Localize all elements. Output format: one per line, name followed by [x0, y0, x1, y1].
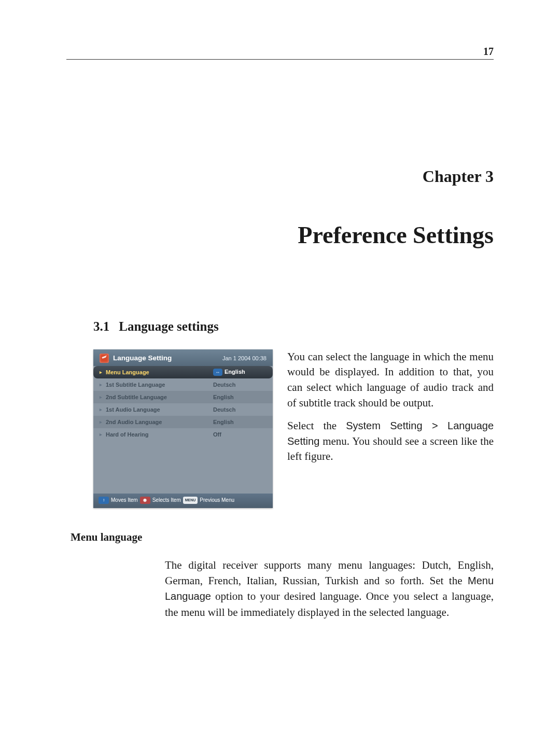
- setting-value-text: Off: [213, 431, 221, 438]
- page: 17 Chapter 3 Preference Settings 3.1Lang…: [0, 0, 560, 746]
- setting-label: 1st Subtitle Language: [106, 382, 197, 388]
- setting-value[interactable]: Deutsch: [200, 382, 268, 388]
- intro-text-column: You can select the language in which the…: [287, 349, 494, 508]
- setting-row[interactable]: ▸Hard of HearingOff: [93, 428, 273, 441]
- row-marker-icon: ▸: [99, 370, 103, 375]
- footer-menu-text: Previous Menu: [200, 497, 234, 503]
- footer-select-text: Selects Item: [152, 497, 181, 503]
- language-setting-dialog: Language Setting Jan 1 2004 00:38 ▸Menu …: [93, 349, 273, 508]
- setting-row[interactable]: ▸2nd Subtitle LanguageEnglish: [93, 391, 273, 403]
- key-menu-icon: MENU: [183, 497, 198, 504]
- setting-label: Menu Language: [106, 369, 197, 375]
- chapter-title: Preference Settings: [93, 222, 494, 249]
- section-title: Language settings: [119, 319, 218, 333]
- setting-label: Hard of Hearing: [106, 431, 197, 438]
- intro-paragraph-1: You can select the language in which the…: [287, 349, 494, 411]
- setting-row[interactable]: ▸2nd Audio LanguageEnglish: [93, 416, 273, 428]
- setting-value-text: English: [213, 419, 234, 425]
- row-marker-icon: ▸: [99, 382, 103, 387]
- setting-value[interactable]: Off: [200, 431, 268, 438]
- subheading-menu-language: Menu language: [71, 531, 494, 544]
- dialog-title: Language Setting: [113, 354, 172, 362]
- setting-value-text: English: [213, 394, 234, 400]
- setting-value[interactable]: English: [200, 419, 268, 425]
- dialog-header-left: Language Setting: [100, 354, 172, 363]
- body-prefix: The digital receiver supports many menu …: [165, 559, 494, 587]
- footer-nav-text: Moves Item: [111, 497, 138, 503]
- key-nav-icon: ↕: [99, 497, 109, 504]
- dialog-empty-space: [93, 441, 273, 490]
- intro-paragraph-2: Select the System Setting > Language Set…: [287, 418, 494, 465]
- dialog-timestamp: Jan 1 2004 00:38: [222, 355, 267, 361]
- brand-logo-icon: [100, 354, 109, 363]
- row-marker-icon: ▸: [99, 395, 103, 400]
- setting-value-text: Deutsch: [213, 406, 235, 413]
- dialog-body: ▸Menu Language↔English▸1st Subtitle Lang…: [93, 366, 273, 494]
- row-marker-icon: ▸: [99, 407, 103, 412]
- dialog-footer: ↕ Moves Item ◉ Selects Item MENU Previou…: [93, 494, 273, 508]
- body-suffix: option to your desired language. Once yo…: [165, 590, 494, 618]
- body-paragraph: The digital receiver supports many menu …: [165, 557, 494, 621]
- row-marker-icon: ▸: [99, 419, 103, 425]
- page-number: 17: [483, 46, 494, 58]
- setting-value[interactable]: ↔English: [200, 369, 268, 376]
- left-right-key-icon: ↔: [213, 369, 222, 376]
- setting-label: 1st Audio Language: [106, 406, 197, 413]
- setting-value-text: English: [225, 369, 245, 375]
- setting-row[interactable]: ▸1st Subtitle LanguageDeutsch: [93, 378, 273, 391]
- key-select-icon: ◉: [140, 497, 150, 504]
- two-column-area: Language Setting Jan 1 2004 00:38 ▸Menu …: [93, 349, 494, 508]
- dialog-header: Language Setting Jan 1 2004 00:38: [93, 349, 273, 366]
- row-marker-icon: ▸: [99, 432, 103, 437]
- setting-value[interactable]: Deutsch: [200, 406, 268, 413]
- intro-p2-prefix: Select the: [287, 419, 346, 432]
- section-number: 3.1: [93, 319, 109, 333]
- setting-label: 2nd Subtitle Language: [106, 394, 197, 400]
- header-rule: [66, 59, 494, 60]
- setting-value[interactable]: English: [200, 394, 268, 400]
- setting-label: 2nd Audio Language: [106, 419, 197, 425]
- section-heading: 3.1Language settings: [93, 319, 494, 334]
- setting-row[interactable]: ▸Menu Language↔English: [93, 366, 273, 378]
- chapter-label: Chapter 3: [93, 167, 494, 186]
- figure-column: Language Setting Jan 1 2004 00:38 ▸Menu …: [93, 349, 273, 508]
- setting-row[interactable]: ▸1st Audio LanguageDeutsch: [93, 403, 273, 416]
- setting-value-text: Deutsch: [213, 382, 235, 388]
